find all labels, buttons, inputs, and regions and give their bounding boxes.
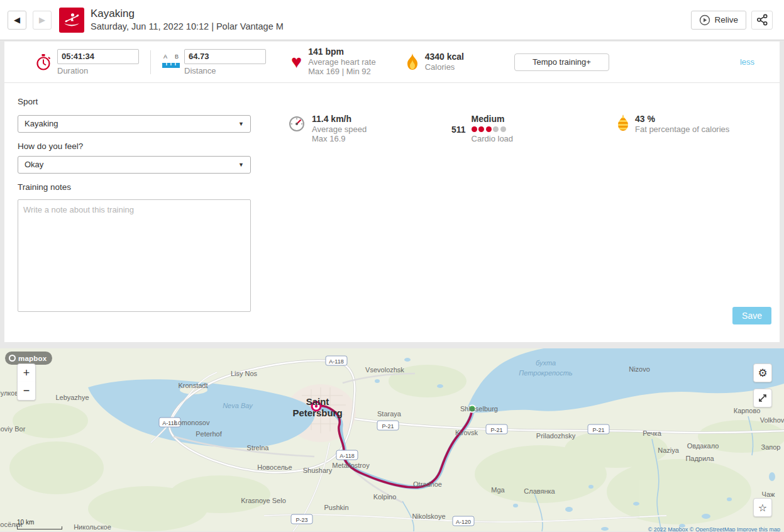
point-a-label: A <box>163 53 167 60</box>
map-label: Peterhof <box>196 430 223 438</box>
cardio-dot <box>500 126 506 132</box>
road-shield: А-118 <box>336 450 358 460</box>
map-label: Staraya <box>377 410 402 418</box>
map-label: Metallostroy <box>332 462 370 469</box>
less-link[interactable]: less <box>740 57 754 67</box>
share-icon <box>756 14 768 26</box>
map-label: Naziya <box>658 446 680 454</box>
map-label: Shushary <box>303 467 333 474</box>
calories-label: Calories <box>425 62 464 72</box>
cardio-load-dots <box>472 125 514 134</box>
chevron-down-icon: ▼ <box>238 157 244 173</box>
map-label: Lebyazhye <box>55 394 89 401</box>
map-label: Речка <box>643 429 661 437</box>
map-label: Otradnoe <box>413 480 442 488</box>
cardio-dot <box>486 126 492 132</box>
map-label: Vsevolozhsk <box>365 366 404 374</box>
sport-select[interactable]: Kayaking ▼ <box>18 115 251 133</box>
relive-button[interactable]: Relive <box>691 11 746 30</box>
svg-text:P-21: P-21 <box>592 427 604 433</box>
map-label: бухта <box>536 359 556 367</box>
zoom-in-button[interactable]: + <box>17 363 36 382</box>
map-label: Lisy Nos <box>231 370 258 377</box>
save-button[interactable]: Save <box>732 307 771 324</box>
heart-rate-stat: ♥ 141 bpm Average heart rate Max 169 | M… <box>291 47 376 77</box>
share-button[interactable] <box>751 11 773 30</box>
svg-text:P-21: P-21 <box>382 423 394 429</box>
map-scale: 10 km <box>17 519 62 529</box>
fat-percentage-value: 43 % <box>635 114 729 125</box>
feel-label: How do you feel? <box>18 141 251 152</box>
map-label: Kronstadt <box>178 382 207 389</box>
divider <box>150 50 151 74</box>
svg-text:P-21: P-21 <box>490 427 502 433</box>
cardio-load-level: Medium <box>472 114 514 125</box>
road-shield: P-23 <box>291 514 312 524</box>
sport-label: Sport <box>18 97 251 107</box>
training-benefit-button[interactable]: Tempo training+ <box>514 53 609 71</box>
fat-percentage-label: Fat percentage of calories <box>635 125 729 135</box>
distance-ab-icon: A B <box>162 53 180 71</box>
stats-row: Duration A B Distance <box>4 42 780 83</box>
map-label: Овдакало <box>687 442 719 450</box>
calories-value: 4340 kcal <box>425 52 464 62</box>
map-label: Новоселье <box>257 463 292 471</box>
map-canvas: А-118А-118А-118P-21P-21P-21P-23А-120 Lis… <box>0 348 784 531</box>
header: ◀ ▶ Kayaking Saturday, Jun 11, 2022 10:1… <box>0 0 784 40</box>
map-label: Pushkin <box>324 504 348 511</box>
distance-input[interactable] <box>184 49 266 64</box>
road-shield: А-120 <box>453 516 474 526</box>
road-shield: P-21 <box>486 424 507 434</box>
map-label: Kolpino <box>373 493 397 501</box>
map-label: Priladozhsky <box>536 432 576 440</box>
gear-icon: ⚙ <box>758 367 767 380</box>
map-label: Славянка <box>524 487 555 495</box>
speedometer-icon <box>287 114 306 133</box>
svg-text:А-118: А-118 <box>340 453 354 459</box>
cardio-dot <box>472 126 477 132</box>
map-label: Карпово <box>734 407 761 414</box>
map-settings-button[interactable]: ⚙ <box>753 363 772 382</box>
map-label: Петрокрепость <box>519 369 573 377</box>
fullscreen-button[interactable] <box>753 389 772 407</box>
speed-metric: 11.4 km/h Average speed Max 16.9 <box>287 114 367 144</box>
flame-icon <box>406 53 419 70</box>
back-button[interactable]: ◀ <box>8 11 26 30</box>
svg-text:А-120: А-120 <box>456 519 471 525</box>
map-label: Nikolskoye <box>412 513 445 520</box>
favorite-button[interactable]: ☆ <box>753 498 772 517</box>
forward-button[interactable]: ▶ <box>33 11 52 30</box>
route-map[interactable]: А-118А-118А-118P-21P-21P-21P-23А-120 Lis… <box>0 348 784 531</box>
training-summary-card: Duration A B Distance <box>4 42 780 342</box>
chevron-down-icon: ▼ <box>238 116 244 132</box>
notes-label: Training notes <box>18 182 251 192</box>
feel-select[interactable]: Okay ▼ <box>18 156 251 174</box>
mapbox-logo-text: mapbox <box>18 355 47 362</box>
svg-text:P-23: P-23 <box>295 517 307 523</box>
kayaker-icon <box>62 11 81 30</box>
avg-hr-value: 141 bpm <box>308 47 375 57</box>
map-scale-bar <box>17 526 62 529</box>
map-label: Mga <box>491 486 505 494</box>
training-notes-textarea[interactable] <box>18 199 251 312</box>
heart-icon: ♥ <box>291 53 302 71</box>
map-attribution[interactable]: © 2022 Mapbox © OpenStreetMap Improve th… <box>648 526 780 531</box>
map-label: Volkhov <box>760 416 784 424</box>
map-label: Saint <box>306 396 329 407</box>
cardio-load-metric: 511 Medium Cardio load <box>451 114 513 143</box>
duration-input[interactable] <box>57 49 139 64</box>
mapbox-logo-icon <box>9 355 16 362</box>
feel-select-value: Okay <box>25 160 43 169</box>
star-icon: ☆ <box>758 502 767 514</box>
distance-stat: A B Distance <box>162 49 266 75</box>
stopwatch-icon <box>35 53 52 72</box>
avg-hr-label: Average heart rate <box>308 57 375 67</box>
sport-select-value: Kayaking <box>25 119 58 128</box>
max-speed: Max 16.9 <box>312 134 367 144</box>
zoom-out-button[interactable]: − <box>17 382 36 401</box>
road-shield: P-21 <box>588 424 609 434</box>
cardio-dot <box>478 126 484 132</box>
map-label: Nizovo <box>629 365 650 373</box>
mapbox-logo[interactable]: mapbox <box>5 352 52 365</box>
cardio-load-label: Cardio load <box>472 134 514 144</box>
